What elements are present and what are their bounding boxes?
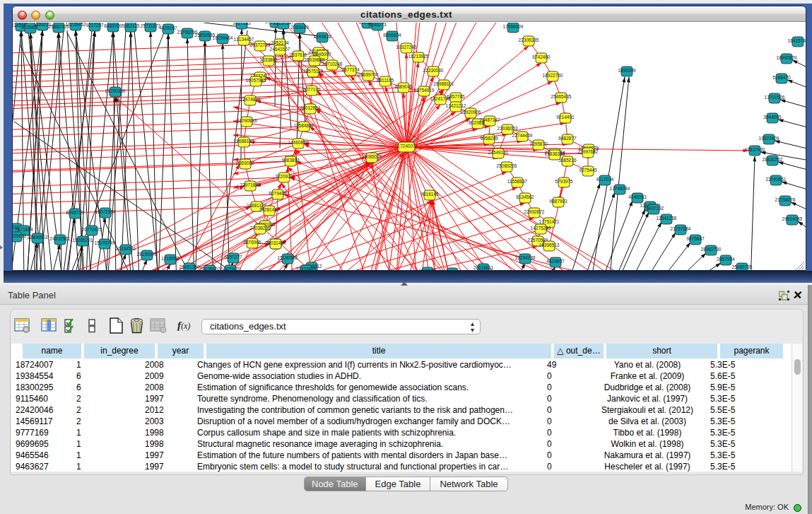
svg-text:13754919: 13754919 [414,88,435,93]
svg-text:16415740: 16415740 [788,38,806,43]
svg-text:3677374: 3677374 [341,67,360,72]
svg-text:8224730: 8224730 [443,269,461,271]
svg-text:5793975: 5793975 [555,179,573,184]
svg-text:3644095: 3644095 [763,115,782,119]
svg-text:20772475: 20772475 [82,227,102,232]
svg-text:19285201: 19285201 [73,238,93,243]
svg-text:5188470: 5188470 [772,75,791,80]
svg-text:24090883: 24090883 [237,118,257,123]
svg-text:2066449: 2066449 [290,25,309,30]
svg-text:2876966: 2876966 [243,240,261,245]
svg-text:3917183: 3917183 [233,23,251,25]
svg-text:19523409: 19523409 [759,136,779,141]
svg-text:9217207: 9217207 [86,23,104,28]
svg-text:10057945: 10057945 [246,78,266,83]
svg-text:23936053: 23936053 [498,126,518,131]
svg-text:10323815: 10323815 [296,267,317,271]
svg-text:9983893: 9983893 [281,158,300,163]
svg-text:13701506: 13701506 [765,95,785,100]
svg-text:25465435: 25465435 [551,94,572,99]
svg-text:22093651: 22093651 [766,177,787,182]
svg-text:2077105: 2077105 [302,87,321,92]
svg-text:19085076: 19085076 [362,154,382,159]
svg-text:9887903: 9887903 [549,199,567,204]
svg-text:4245263: 4245263 [628,194,647,199]
svg-text:8336273: 8336273 [368,23,387,27]
svg-text:26461350: 26461350 [180,264,200,269]
svg-text:25711873: 25711873 [141,23,161,28]
svg-text:8806804: 8806804 [383,33,401,37]
svg-text:5682115: 5682115 [122,23,140,28]
svg-text:21257684: 21257684 [671,226,691,231]
svg-text:3395870: 3395870 [529,141,548,146]
svg-text:2457954: 2457954 [717,257,735,262]
svg-text:27038236: 27038236 [250,226,271,230]
svg-text:22992872: 22992872 [524,209,545,214]
svg-text:16213925: 16213925 [408,54,429,59]
svg-text:10710248: 10710248 [322,62,343,66]
svg-text:2537611: 2537611 [290,52,307,57]
svg-text:28159979: 28159979 [137,252,158,257]
svg-text:9275445: 9275445 [579,168,597,173]
svg-text:19688132: 19688132 [234,139,254,144]
svg-text:21200396: 21200396 [105,88,126,93]
svg-text:8489709: 8489709 [104,23,122,28]
svg-text:5685216: 5685216 [558,158,577,163]
svg-text:4112034: 4112034 [596,177,614,182]
svg-text:25089205: 25089205 [497,163,517,168]
svg-text:24641507: 24641507 [270,47,290,52]
svg-text:22306335: 22306335 [519,37,539,42]
svg-text:25997682: 25997682 [578,149,599,154]
svg-text:23487347: 23487347 [480,117,500,122]
svg-text:8369062: 8369062 [236,160,254,165]
svg-text:22806503: 22806503 [28,235,48,240]
svg-text:25025631: 25025631 [13,233,27,238]
svg-text:28830202: 28830202 [763,157,783,162]
svg-text:12541238: 12541238 [657,216,677,221]
svg-text:1724007: 1724007 [397,144,416,148]
svg-text:15180586: 15180586 [278,255,298,260]
svg-text:26618611: 26618611 [473,265,494,270]
svg-text:6217026: 6217026 [418,269,437,271]
svg-text:20031404: 20031404 [266,240,286,245]
svg-text:1218062: 1218062 [161,256,180,261]
svg-text:6457765: 6457765 [447,94,465,99]
svg-text:24532561: 24532561 [50,236,71,241]
svg-text:6742460: 6742460 [532,54,551,59]
svg-text:4439167: 4439167 [159,25,177,30]
svg-text:6482877: 6482877 [558,136,577,141]
svg-text:4389045: 4389045 [394,84,413,89]
svg-text:29437192: 29437192 [644,206,664,211]
svg-text:28012854: 28012854 [300,105,321,110]
svg-text:28988101: 28988101 [434,81,454,86]
svg-text:10334531: 10334531 [116,246,136,251]
svg-text:9214491: 9214491 [556,115,575,119]
svg-text:3220921: 3220921 [275,174,293,179]
svg-text:29699700: 29699700 [358,72,379,77]
svg-text:9816145: 9816145 [420,192,439,197]
svg-text:8811165: 8811165 [377,78,394,83]
svg-text:28038807: 28038807 [200,267,220,271]
svg-text:1890399: 1890399 [618,68,636,73]
svg-text:22330030: 22330030 [423,68,444,73]
svg-text:11584847: 11584847 [294,123,314,128]
svg-text:29281417: 29281417 [259,207,280,212]
svg-text:19299464: 19299464 [213,35,233,40]
svg-text:3333883: 3333883 [259,57,278,62]
svg-text:7671884: 7671884 [15,227,33,232]
svg-text:18992829: 18992829 [777,55,797,60]
svg-text:10228452: 10228452 [66,23,86,27]
svg-text:13421212: 13421212 [446,103,466,108]
svg-text:14275203: 14275203 [531,226,551,230]
svg-text:15076749: 15076749 [95,240,115,245]
svg-text:9958289: 9958289 [480,136,498,141]
svg-text:16396513: 16396513 [539,243,560,247]
svg-text:22474828: 22474828 [240,97,261,102]
svg-text:20372723: 20372723 [250,42,271,47]
svg-text:17956909: 17956909 [503,24,524,29]
svg-text:24549181: 24549181 [488,150,509,155]
svg-text:21754078: 21754078 [775,197,796,202]
svg-text:8134562: 8134562 [516,194,534,199]
svg-text:11558837: 11558837 [507,179,528,184]
svg-text:9875847: 9875847 [686,236,705,241]
